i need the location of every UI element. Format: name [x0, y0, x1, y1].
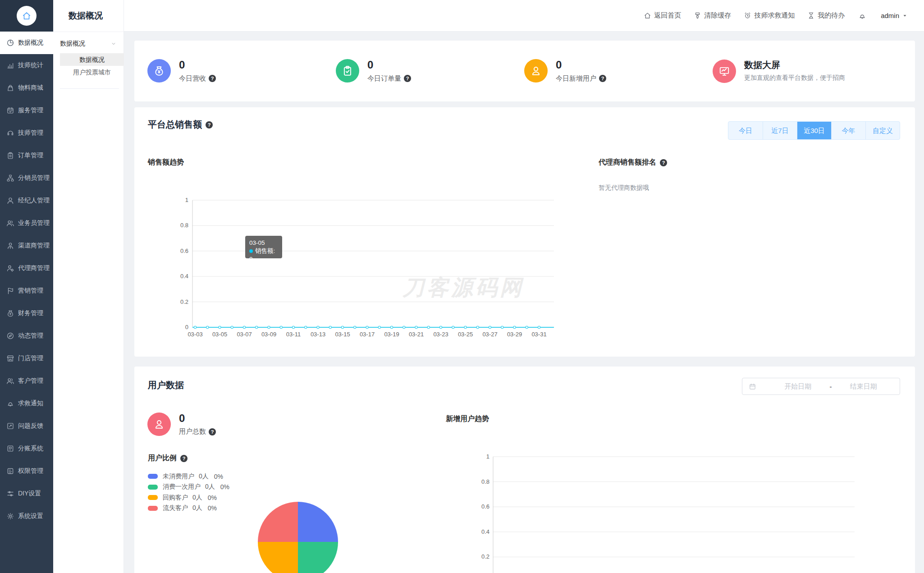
legend-swatch-icon [148, 485, 158, 490]
submenu-item-0[interactable]: 数据概况 [60, 53, 124, 66]
legend-swatch-icon [148, 506, 158, 511]
sidebar-item-8[interactable]: 业务员管理 [0, 212, 53, 234]
header-link-0[interactable]: 返回首页 [644, 11, 681, 20]
clipboard-check-icon [336, 59, 359, 83]
sidebar-item-0[interactable]: 数据概况 [0, 32, 53, 54]
sidebar-item-1[interactable]: 技师统计 [0, 54, 53, 77]
sidebar-item-13[interactable]: 动态管理 [0, 325, 53, 347]
sidebar-item-16[interactable]: 求救通知 [0, 392, 53, 415]
tab-0[interactable]: 今日 [728, 122, 763, 139]
new-users-trend-title: 新增用户趋势 [446, 414, 489, 424]
date-range-picker[interactable]: 开始日期 - 结束日期 [742, 378, 900, 395]
permissions-icon [6, 467, 14, 475]
users-card: 用户数据 开始日期 - 结束日期 0 用户总数 ? 新增用户趋势 用户比例 ? … [134, 367, 915, 573]
sidebar-item-label: 求救通知 [18, 399, 43, 408]
sidebar-item-label: 订单管理 [18, 151, 43, 160]
sidebar-item-9[interactable]: 渠道商管理 [0, 234, 53, 257]
tab-4[interactable]: 自定义 [865, 122, 900, 139]
sidebar-item-15[interactable]: 客户管理 [0, 370, 53, 392]
user-tag-icon [6, 242, 14, 250]
user-ratio-pie-chart [258, 502, 338, 573]
help-icon[interactable]: ? [599, 75, 606, 82]
sidebar-item-label: 财务管理 [18, 309, 43, 317]
submenu-group-label: 数据概况 [60, 40, 85, 48]
svg-text:03-21: 03-21 [409, 331, 424, 338]
sidebar-item-14[interactable]: 门店管理 [0, 347, 53, 370]
sliders-icon [6, 490, 14, 498]
svg-text:0.6: 0.6 [180, 248, 188, 254]
svg-text:0.8: 0.8 [180, 222, 188, 229]
help-icon[interactable]: ? [180, 455, 188, 462]
header-link-3[interactable]: 我的待办 [807, 11, 845, 20]
user-total-stat: 0 用户总数 ? [147, 413, 216, 436]
sidebar-item-17[interactable]: 问题反馈 [0, 415, 53, 437]
svg-text:1: 1 [486, 453, 489, 460]
username: admin [881, 12, 899, 19]
secondary-sidebar: 数据概况 数据概况 数据概况用户投票城市 [53, 0, 124, 573]
svg-text:03-23: 03-23 [433, 331, 448, 338]
sidebar-item-5[interactable]: 订单管理 [0, 144, 53, 167]
big-screen-link[interactable]: 数据大屏更加直观的查看平台数据，便于招商 [713, 60, 901, 83]
sidebar-item-3[interactable]: 服务管理 [0, 99, 53, 122]
sidebar-item-10[interactable]: 代理商管理 [0, 257, 53, 280]
stat-label: 今日营收? [179, 74, 216, 83]
sidebar-item-20[interactable]: DIY设置 [0, 482, 53, 505]
alarm-icon [744, 12, 751, 19]
money-bag-icon [147, 59, 171, 83]
svg-text:03-29: 03-29 [507, 331, 522, 338]
svg-text:03-19: 03-19 [384, 331, 399, 338]
svg-text:03-13: 03-13 [311, 331, 325, 338]
calendar-icon [749, 383, 756, 390]
svg-text:0.8: 0.8 [481, 478, 489, 485]
start-date-input[interactable]: 开始日期 [768, 382, 828, 391]
sidebar-item-7[interactable]: 经纪人管理 [0, 189, 53, 212]
logo[interactable] [0, 0, 53, 32]
help-icon[interactable]: ? [209, 428, 216, 435]
svg-text:1: 1 [185, 197, 188, 203]
header-link-2[interactable]: 技师求救通知 [744, 11, 795, 20]
tab-1[interactable]: 近7日 [763, 122, 797, 139]
sidebar-item-12[interactable]: 财务管理 [0, 302, 53, 325]
user-menu[interactable]: admin [881, 12, 908, 19]
help-icon[interactable]: ? [660, 159, 667, 166]
sidebar-item-label: 动态管理 [18, 332, 43, 340]
legend-row-3: 流失客户0人0% [148, 503, 229, 514]
submenu-item-1[interactable]: 用户投票城市 [60, 66, 124, 78]
sidebar-item-label: 数据概况 [18, 39, 43, 47]
bell-icon [6, 399, 14, 408]
tab-3[interactable]: 今年 [831, 122, 865, 139]
submenu-items: 数据概况用户投票城市 [53, 53, 124, 78]
sidebar-item-2[interactable]: 物料商城 [0, 77, 53, 99]
svg-text:03-03: 03-03 [188, 331, 202, 338]
sidebar-item-label: 技师统计 [18, 61, 43, 69]
svg-text:03-31: 03-31 [531, 331, 546, 338]
sidebar-item-label: 营销管理 [18, 287, 43, 295]
sidebar-item-18[interactable]: 分账系统 [0, 437, 53, 460]
date-range-tabs: 今日近7日近30日今年自定义 [728, 121, 900, 140]
sidebar-item-19[interactable]: 权限管理 [0, 460, 53, 482]
header-link-1[interactable]: 清除缓存 [694, 11, 731, 20]
gear-icon [6, 512, 14, 520]
stat-label: 今日新增用户? [556, 74, 606, 83]
hourglass-icon [807, 12, 815, 19]
svg-text:0.2: 0.2 [481, 553, 489, 560]
svg-text:03-09: 03-09 [261, 331, 276, 338]
sidebar-item-6[interactable]: 分销员管理 [0, 167, 53, 189]
series-dot-icon [249, 249, 253, 253]
help-icon[interactable]: ? [209, 75, 216, 82]
sidebar-item-11[interactable]: 营销管理 [0, 280, 53, 302]
help-icon[interactable]: ? [206, 121, 213, 128]
notification-bell-icon[interactable] [858, 12, 866, 20]
help-icon[interactable]: ? [404, 75, 411, 82]
sidebar-item-21[interactable]: 系统设置 [0, 505, 53, 527]
new-users-trend-chart: 10.80.60.40.20 [468, 452, 924, 573]
tab-2[interactable]: 近30日 [797, 122, 831, 139]
end-date-input[interactable]: 结束日期 [834, 382, 894, 391]
svg-text:03-07: 03-07 [237, 331, 252, 338]
submenu-group-toggle[interactable]: 数据概况 [53, 35, 124, 52]
user-ratio-title: 用户比例 ? [148, 454, 188, 463]
sidebar-item-4[interactable]: 技师管理 [0, 122, 53, 144]
headset-icon [6, 129, 14, 137]
svg-text:0.6: 0.6 [481, 503, 489, 510]
submenu-divider [60, 88, 119, 89]
